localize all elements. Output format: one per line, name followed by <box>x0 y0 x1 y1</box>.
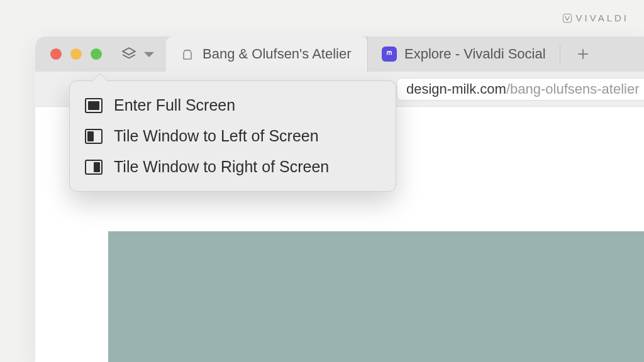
new-tab-button[interactable] <box>560 36 606 72</box>
address-bar[interactable]: design-milk.com/bang-olufsens-atelier <box>397 78 644 101</box>
chevron-down-icon <box>141 46 157 62</box>
menu-item-label: Enter Full Screen <box>114 96 235 114</box>
plus-icon <box>575 47 591 62</box>
tab-active[interactable]: Bang & Olufsen's Atelier Ed <box>166 36 367 72</box>
address-path: /bang-olufsens-atelier <box>506 81 640 97</box>
address-host: design-milk.com <box>406 81 506 97</box>
close-window-button[interactable] <box>50 48 62 60</box>
design-milk-favicon-icon <box>180 47 195 62</box>
menu-item-label: Tile Window to Right of Screen <box>114 158 329 176</box>
tile-right-icon <box>85 160 103 175</box>
svg-rect-0 <box>563 14 571 22</box>
tab-title: Explore - Vivaldi Social <box>404 46 546 62</box>
tab-inactive[interactable]: Explore - Vivaldi Social <box>367 36 560 72</box>
mastodon-favicon-icon <box>382 47 397 62</box>
watermark-label: VIVALDI <box>576 13 629 23</box>
stack-icon <box>121 46 137 62</box>
minimize-window-button[interactable] <box>70 48 82 60</box>
window-fullscreen-menu: Enter Full Screen Tile Window to Left of… <box>69 80 396 192</box>
tab-stack-button[interactable] <box>119 36 166 72</box>
vivaldi-watermark: VIVALDI <box>562 13 629 23</box>
traffic-lights <box>35 48 119 60</box>
hero-image <box>108 231 644 362</box>
menu-item-label: Tile Window to Left of Screen <box>114 127 319 145</box>
fullscreen-window-button[interactable] <box>91 48 102 60</box>
menu-tile-left[interactable]: Tile Window to Left of Screen <box>76 121 389 151</box>
tab-title: Bang & Olufsen's Atelier Ed <box>203 46 353 62</box>
tile-left-icon <box>85 129 103 144</box>
menu-tile-right[interactable]: Tile Window to Right of Screen <box>76 151 389 182</box>
fullscreen-icon <box>85 98 103 113</box>
tab-strip: Bang & Olufsen's Atelier Ed Explore - Vi… <box>35 36 644 72</box>
vivaldi-logo-icon <box>562 13 572 23</box>
menu-enter-full-screen[interactable]: Enter Full Screen <box>76 90 389 121</box>
